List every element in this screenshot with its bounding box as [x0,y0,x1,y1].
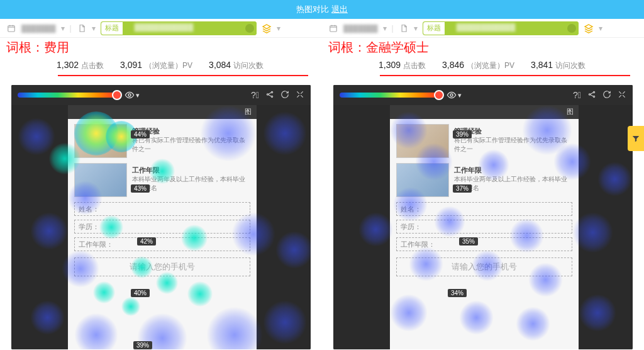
help-icon[interactable]: ?⃝ [251,90,259,100]
stats-underline [58,75,308,76]
head-tail: 图 [567,107,574,116]
percent-badge: 43% [131,184,150,193]
pill-label: 标题 [423,21,445,35]
stats-left: 1,302点击数 3,091（浏览量）PV 3,084访问次数 [0,56,322,75]
page-icon[interactable] [399,23,409,33]
percent-badge: 34% [448,289,467,297]
refresh-icon[interactable] [280,90,289,101]
expand-icon[interactable] [296,90,304,101]
pv-label: （浏览量）PV [467,60,514,71]
svg-point-8 [593,91,594,93]
expand-icon[interactable] [618,90,626,101]
head-tail: 图 [245,107,252,116]
svg-rect-0 [8,25,15,31]
root-word-left: 词根：费用 [0,38,322,56]
visits-value: 3,084 [209,60,231,70]
svg-point-6 [450,94,453,96]
svg-point-4 [271,96,272,97]
visibility-toggle[interactable]: ▾ [125,90,140,100]
layers-icon[interactable] [584,23,594,33]
svg-point-9 [593,96,594,97]
pill-label: 标题 [101,21,123,35]
card-image [396,163,449,197]
slider-knob[interactable] [112,90,122,100]
chevron-down-icon[interactable]: ▾ [277,24,280,33]
intensity-slider[interactable] [18,93,118,98]
help-icon[interactable]: ?⃝ [573,90,581,100]
name-field[interactable]: 姓名： [396,202,572,216]
pv-value: 3,091 [120,60,142,70]
years-field[interactable]: 工作年限： [396,237,572,251]
chevron-down-icon[interactable]: ▾ [92,24,96,33]
root-word-right: 词根：金融学硕士 [322,38,644,56]
phone-input[interactable]: 请输入您的手机号 [396,257,572,276]
percent-badge: 35% [459,237,478,246]
percent-badge: 42% [137,237,156,246]
slider-knob[interactable] [434,90,444,100]
title-filter-pill[interactable]: 标题▸ ████████████ [423,21,579,35]
education-field[interactable]: 学历： [74,220,250,234]
right-toolbar: ███████ ▾ | ▾ 标题▸ ████████████ ▾ [322,19,644,38]
svg-point-2 [267,93,268,94]
percent-badge: 37% [453,184,472,193]
heatmap-toolbar: ▾ ?⃝ [333,85,633,105]
heatmap-right: ▾ ?⃝ 图 管理经验将已有实际工作管理经验作为优先录取条件之一 工作年限本科毕… [333,85,633,349]
clicks-value: 1,309 [379,60,401,70]
left-toolbar: ███████ ▾ | ▾ 标题▸ ████████████ ▾ [0,19,322,38]
phone-input[interactable]: 请输入您的手机号 [74,257,250,276]
exit-link[interactable]: 退出 [331,4,348,15]
chevron-down-icon[interactable]: ▾ [599,24,602,33]
title-filter-pill[interactable]: 标题▸ ████████████ [101,21,257,35]
svg-point-7 [589,93,590,94]
card-image [396,124,449,158]
percent-badge: 44% [131,130,150,138]
chevron-down-icon[interactable]: ▾ [383,24,387,33]
percent-badge: 39% [133,341,152,349]
svg-point-1 [128,94,131,96]
layers-icon[interactable] [262,23,272,33]
percent-badge: 39% [453,130,472,138]
clicks-value: 1,302 [57,60,79,70]
name-field[interactable]: 姓名： [74,202,250,216]
pv-value: 3,846 [442,60,464,70]
svg-rect-5 [330,25,337,31]
filter-tab[interactable] [628,126,644,151]
date-blur: ███████ [343,25,378,32]
visits-label: 访问次数 [555,60,586,71]
visits-label: 访问次数 [233,60,264,71]
calendar-icon[interactable] [6,23,16,33]
years-field[interactable]: 工作年限： [74,237,250,251]
education-field[interactable]: 学历： [396,220,572,234]
intensity-slider[interactable] [340,93,440,98]
visibility-toggle[interactable]: ▾ [447,90,462,100]
date-blur: ███████ [21,25,56,32]
share-icon[interactable] [265,90,274,101]
page-preview: 图 管理经验将已有实际工作管理经验作为优先录取条件之一 工作年限本科毕业两年及以… [68,105,257,349]
page-preview: 图 管理经验将已有实际工作管理经验作为优先录取条件之一 工作年限本科毕业两年及以… [390,105,579,349]
refresh-icon[interactable] [602,90,611,101]
share-icon[interactable] [587,90,596,101]
close-icon[interactable] [565,21,579,35]
card-image [74,163,127,197]
chevron-down-icon[interactable]: ▾ [414,24,418,33]
heatmap-left: ▾ ?⃝ 图 管理经验将已有实际工作管理经验作为优先录取条件之一 工作年限本科毕… [11,85,311,349]
card-image [74,124,127,158]
calendar-icon[interactable] [328,23,338,33]
visits-value: 3,841 [531,60,553,70]
heatmap-toolbar: ▾ ?⃝ [11,85,311,105]
chevron-down-icon[interactable]: ▾ [61,24,65,33]
top-bar: 热图对比 退出 [0,0,644,19]
stats-underline [380,75,630,76]
stats-right: 1,309点击数 3,846（浏览量）PV 3,841访问次数 [322,56,644,75]
left-panel: ███████ ▾ | ▾ 标题▸ ████████████ ▾ 词根：费用 1… [0,19,322,349]
topbar-title: 热图对比 [296,4,329,15]
clicks-label: 点击数 [403,60,426,71]
svg-point-3 [271,91,272,93]
pv-label: （浏览量）PV [145,60,192,71]
close-icon[interactable] [243,21,257,35]
right-panel: ███████ ▾ | ▾ 标题▸ ████████████ ▾ 词根：金融学硕… [322,19,644,349]
percent-badge: 40% [131,289,150,297]
clicks-label: 点击数 [81,60,104,71]
page-icon[interactable] [77,23,87,33]
